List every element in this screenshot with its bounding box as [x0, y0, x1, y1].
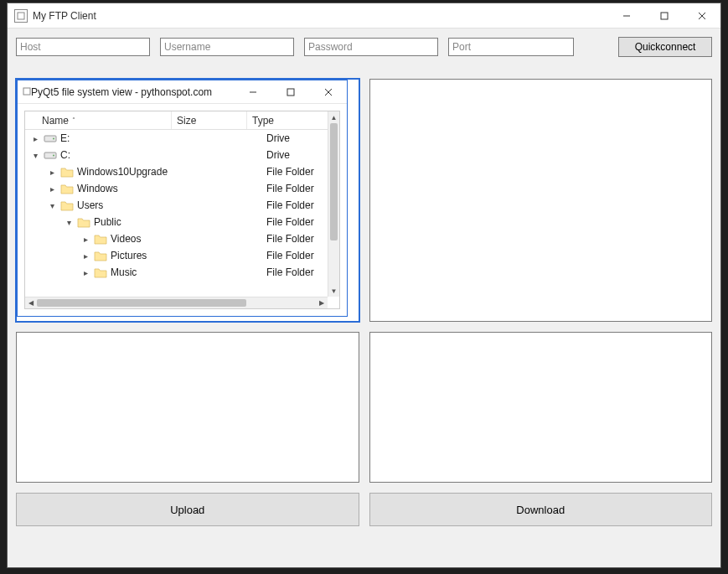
- folder-icon: [60, 199, 74, 212]
- tree-item-type: File Folder: [266, 233, 314, 245]
- port-input[interactable]: [448, 38, 574, 56]
- inner-window-title: PyQt5 file system view - pythonspot.com: [31, 86, 234, 98]
- column-type[interactable]: Type: [247, 115, 339, 127]
- remote-tree-panel[interactable]: [369, 79, 713, 322]
- tree-item-name: Windows: [77, 183, 118, 194]
- maximize-button[interactable]: [645, 3, 683, 28]
- remote-list-panel[interactable]: [369, 332, 713, 483]
- column-name[interactable]: Name ˄: [25, 111, 172, 129]
- inner-titlebar[interactable]: PyQt5 file system view - pythonspot.com: [18, 80, 347, 104]
- tree-item-name: Videos: [111, 233, 141, 245]
- folder-icon: [60, 182, 74, 195]
- tree-item-type: Drive: [266, 149, 290, 161]
- tree-item-type: File Folder: [266, 199, 314, 211]
- username-input[interactable]: [160, 38, 294, 56]
- scroll-down-icon[interactable]: ▼: [328, 285, 339, 297]
- window-controls: [607, 3, 720, 28]
- titlebar[interactable]: My FTP Client: [8, 3, 720, 28]
- inner-app-icon: [23, 86, 31, 98]
- tree-item-type: File Folder: [266, 266, 314, 278]
- expand-toggle-icon[interactable]: ▸: [47, 184, 57, 194]
- password-input[interactable]: [304, 38, 438, 56]
- tree-row[interactable]: ▾PublicFile Folder: [25, 214, 328, 230]
- svg-rect-5: [23, 88, 30, 95]
- scroll-thumb-h[interactable]: [37, 299, 246, 307]
- expand-toggle-icon[interactable]: ▾: [30, 151, 40, 160]
- tree-header[interactable]: Name ˄ Size Type: [25, 111, 339, 130]
- scroll-left-icon[interactable]: ◀: [25, 297, 37, 308]
- tree-row[interactable]: ▾UsersFile Folder: [25, 197, 328, 214]
- tree-item-name: E:: [60, 132, 70, 144]
- tree-row[interactable]: ▸E:Drive: [25, 130, 328, 147]
- tree-row[interactable]: ▸Windows10UpgradeFile Folder: [25, 163, 328, 180]
- tree-item-type: Drive: [266, 132, 290, 144]
- svg-point-11: [53, 138, 54, 140]
- quickconnect-button[interactable]: Quickconnect: [618, 37, 712, 57]
- download-button[interactable]: Download: [369, 493, 713, 526]
- tree-row[interactable]: ▸WindowsFile Folder: [25, 180, 328, 197]
- tree-row[interactable]: ▸VideosFile Folder: [25, 230, 328, 247]
- tree-item-name: Music: [111, 266, 137, 278]
- tree-item-type: File Folder: [266, 183, 314, 194]
- horizontal-scrollbar[interactable]: ◀ ▶: [25, 297, 328, 308]
- inner-window: PyQt5 file system view - pythonspot.com: [17, 80, 348, 317]
- drive-icon: [44, 148, 57, 162]
- tree-item-type: File Folder: [266, 250, 314, 261]
- expand-toggle-icon[interactable]: ▾: [64, 218, 74, 227]
- expand-toggle-icon[interactable]: ▸: [80, 235, 90, 244]
- app-icon: [14, 9, 28, 23]
- tree-item-name: Windows10Upgrade: [77, 166, 168, 178]
- expand-toggle-icon[interactable]: ▸: [80, 268, 90, 277]
- tree-item-name: C:: [60, 149, 70, 161]
- column-size[interactable]: Size: [172, 111, 247, 129]
- folder-icon: [77, 215, 90, 229]
- upload-button[interactable]: Upload: [16, 493, 359, 526]
- sort-caret-icon: ˄: [72, 116, 75, 124]
- local-list-panel[interactable]: [16, 332, 359, 483]
- svg-rect-2: [661, 13, 668, 19]
- folder-icon: [60, 165, 74, 178]
- folder-icon: [94, 232, 107, 246]
- window-title: My FTP Client: [33, 10, 607, 22]
- expand-toggle-icon[interactable]: ▸: [80, 251, 90, 261]
- scroll-thumb[interactable]: [330, 123, 338, 240]
- tree-row[interactable]: ▸PicturesFile Folder: [25, 247, 328, 264]
- scroll-right-icon[interactable]: ▶: [316, 297, 328, 308]
- svg-point-13: [53, 155, 54, 157]
- expand-toggle-icon[interactable]: ▾: [47, 201, 57, 210]
- tree-pane[interactable]: Name ˄ Size Type ▸E:Drive▾C:Drive▸Window…: [24, 111, 340, 309]
- tree-item-name: Pictures: [111, 250, 147, 261]
- tree-row[interactable]: ▾C:Drive: [25, 147, 328, 163]
- close-button[interactable]: [683, 3, 720, 28]
- host-input[interactable]: [16, 38, 150, 56]
- expand-toggle-icon[interactable]: ▸: [47, 168, 57, 177]
- folder-icon: [94, 249, 107, 262]
- vertical-scrollbar[interactable]: ▲ ▼: [328, 111, 339, 297]
- scroll-up-icon[interactable]: ▲: [328, 111, 339, 123]
- tree-row[interactable]: ▸MusicFile Folder: [25, 264, 328, 281]
- inner-minimize-button[interactable]: [234, 80, 271, 103]
- svg-rect-0: [18, 13, 24, 19]
- connection-row: Quickconnect: [8, 28, 720, 57]
- local-tree-panel[interactable]: PyQt5 file system view - pythonspot.com: [16, 79, 359, 322]
- minimize-button[interactable]: [607, 3, 645, 28]
- inner-maximize-button[interactable]: [271, 80, 309, 103]
- svg-rect-7: [287, 89, 294, 96]
- tree-item-type: File Folder: [266, 166, 314, 178]
- tree-item-type: File Folder: [266, 216, 314, 228]
- drive-icon: [44, 132, 57, 145]
- tree-body[interactable]: ▸E:Drive▾C:Drive▸Windows10UpgradeFile Fo…: [25, 130, 328, 297]
- folder-icon: [94, 266, 107, 279]
- tree-item-name: Users: [77, 199, 103, 211]
- inner-close-button[interactable]: [309, 80, 347, 103]
- app-window: My FTP Client Quickconnect: [7, 3, 721, 568]
- expand-toggle-icon[interactable]: ▸: [30, 134, 40, 143]
- tree-item-name: Public: [94, 216, 121, 228]
